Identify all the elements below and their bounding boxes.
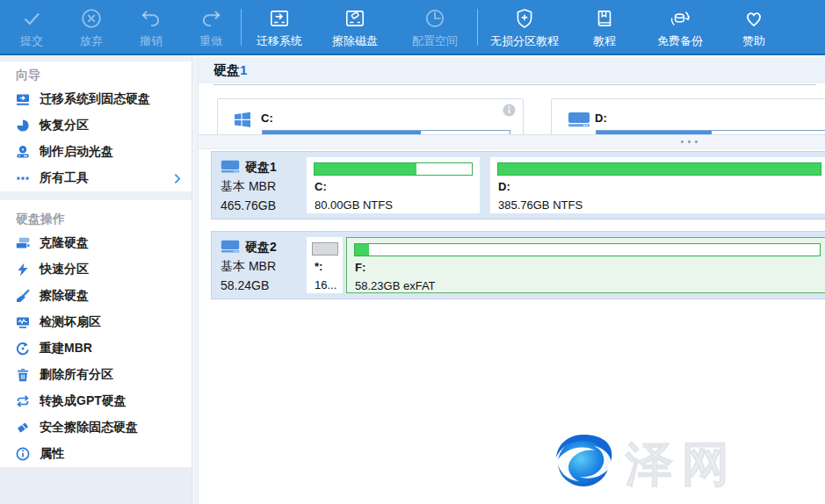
rebuild-mbr-icon: [16, 342, 30, 356]
sidebar-item-label: 属性: [40, 446, 64, 462]
sidebar-top-strip: [0, 55, 192, 61]
toolbar-free-backup-button[interactable]: 免费备份: [638, 0, 722, 54]
partition-letter: *:: [315, 260, 322, 273]
volume-letter: C:: [261, 112, 273, 125]
disk-row-2: 硬盘2基本 MBR58.24GB*:16...F:58.23GB exFAT: [211, 231, 825, 299]
toolbar-undo-button[interactable]: 撤销: [121, 0, 181, 54]
toolbar-discard-button[interactable]: 放弃: [62, 0, 121, 54]
undo-icon: [140, 6, 163, 31]
sidebar-item-label: 擦除硬盘: [40, 288, 89, 304]
disk-tab-prefix: 硬盘: [213, 62, 240, 77]
sidebar-item-boot-cd[interactable]: 制作启动光盘: [0, 139, 192, 165]
free-backup-icon: [669, 6, 691, 31]
sidebar-item-convert-gpt[interactable]: 转换成GPT硬盘: [0, 388, 192, 414]
toolbar-button-label: 迁移系统: [257, 33, 302, 49]
sidebar-scrollbar[interactable]: [192, 55, 199, 504]
sidebar-section-title: 向导: [0, 61, 192, 86]
disk-info-block[interactable]: 硬盘2基本 MBR58.24GB: [221, 238, 305, 295]
volume-card-C[interactable]: C:: [217, 98, 524, 134]
disk-name-line: 硬盘1: [221, 158, 305, 176]
volume-overview-strip: C:D:: [199, 96, 825, 134]
toolbar-redo-button[interactable]: 重做: [181, 0, 241, 54]
drive-icon: [568, 111, 590, 128]
disk-type: 基本 MBR: [221, 256, 305, 276]
sidebar-item-properties[interactable]: 属性: [0, 441, 192, 467]
partition-size-fs: 80.00GB NTFS: [315, 198, 393, 212]
sidebar-section-gap: [0, 191, 192, 200]
volume-card-D[interactable]: D:: [551, 98, 825, 134]
allocate-space-icon: [423, 6, 446, 31]
tutorial-icon: [593, 6, 616, 31]
toolbar-tutorial-button[interactable]: 教程: [571, 0, 638, 54]
disk-info-block[interactable]: 硬盘1基本 MBR465.76GB: [221, 158, 305, 215]
sidebar-item-wipe-hdd[interactable]: 擦除硬盘: [0, 283, 192, 309]
toolbar-button-label: 无损分区教程: [490, 33, 559, 49]
sidebar-item-label: 迁移系统到固态硬盘: [40, 91, 150, 107]
clone-disk-icon: [16, 236, 30, 250]
disk-tab-header: 硬盘1: [199, 57, 825, 83]
sidebar-item-secure-erase[interactable]: 安全擦除固态硬盘: [0, 414, 192, 441]
sidebar-section: 向导迁移系统到固态硬盘恢复分区制作启动光盘所有工具: [0, 61, 192, 191]
disk-tab-number: 1: [240, 62, 247, 77]
disk-icon: [221, 159, 240, 176]
sidebar-item-all-tools[interactable]: 所有工具: [0, 165, 192, 191]
sidebar-item-label: 克隆硬盘: [40, 235, 89, 251]
wipe-hdd-icon: [16, 289, 30, 303]
bad-sector-icon: [16, 315, 30, 329]
sidebar-item-bad-sector[interactable]: 检测坏扇区: [0, 309, 192, 335]
sidebar-item-label: 安全擦除固态硬盘: [40, 420, 138, 436]
windows-logo-icon: [234, 111, 251, 128]
convert-gpt-icon: [16, 394, 30, 408]
partition-size-fs: 58.23GB exFAT: [355, 279, 436, 292]
sidebar-item-quick-partition[interactable]: 快速分区: [0, 256, 192, 283]
partition-letter: C:: [315, 180, 327, 193]
partition-block-star[interactable]: *:16...: [307, 237, 343, 293]
partition-size-fs: 16...: [315, 278, 337, 292]
sidebar-item-label: 所有工具: [40, 170, 89, 186]
sidebar-item-ssd-migrate[interactable]: 迁移系统到固态硬盘: [0, 86, 192, 112]
check-icon: [20, 6, 43, 31]
watermark: 泽网: [550, 431, 738, 496]
disk-name: 硬盘1: [245, 160, 277, 176]
delete-partitions-icon: [16, 368, 30, 382]
disk-row-1: 硬盘1基本 MBR465.76GBC:80.00GB NTFSD:385.76G…: [211, 151, 825, 220]
sidebar-item-label: 转换成GPT硬盘: [40, 393, 127, 409]
toolbar-migrate-os-button[interactable]: 迁移系统: [242, 0, 317, 54]
toolbar-button-label: 赞助: [742, 33, 765, 49]
chevron-right-icon: [174, 173, 181, 184]
disk-size: 465.76GB: [221, 196, 305, 215]
sidebar-item-rebuild-mbr[interactable]: 重建MBR: [0, 335, 192, 362]
partition-usage-fill: [355, 244, 369, 256]
main-panel: 硬盘1 C:D: 硬盘1基本 MBR465.76GBC:80.00GB NTFS…: [199, 55, 825, 504]
toolbar-check-button[interactable]: 提交: [2, 0, 62, 54]
toolbar-button-label: 撤销: [140, 33, 163, 49]
toolbar-button-label: 配置空间: [412, 33, 458, 49]
toolbar-allocate-space-button[interactable]: 配置空间: [393, 0, 477, 54]
sidebar-item-recover-partition[interactable]: 恢复分区: [0, 112, 192, 139]
partition-block-F[interactable]: F:58.23GB exFAT: [346, 237, 825, 293]
toolbar-donate-button[interactable]: 赞助: [722, 0, 785, 54]
toolbar-partition-tutorial-button[interactable]: 无损分区教程: [478, 0, 571, 54]
volume-info-icon[interactable]: [503, 104, 516, 117]
toolbar-button-label: 提交: [20, 33, 43, 49]
ssd-migrate-icon: [16, 92, 30, 106]
partition-usage-bar: [497, 162, 821, 176]
toolbar-button-label: 重做: [199, 33, 222, 49]
splitter-handle-icon[interactable]: [681, 140, 698, 143]
partition-block-D[interactable]: D:385.76GB NTFS: [490, 157, 825, 213]
partition-usage-bar: [354, 243, 821, 256]
sidebar-item-delete-partitions[interactable]: 删除所有分区: [0, 362, 192, 388]
partition-usage-bar: [314, 162, 473, 176]
sidebar-item-label: 删除所有分区: [40, 367, 113, 383]
panel-splitter[interactable]: [199, 134, 825, 149]
partition-block-C[interactable]: C:80.00GB NTFS: [307, 157, 480, 213]
toolbar-wipe-disk-button[interactable]: 擦除磁盘: [317, 0, 393, 54]
sidebar: 向导迁移系统到固态硬盘恢复分区制作启动光盘所有工具硬盘操作克隆硬盘快速分区擦除硬…: [0, 55, 192, 504]
partition-usage-fill: [315, 163, 416, 175]
header-divider: [213, 84, 816, 85]
partition-tutorial-icon: [513, 6, 536, 31]
wipe-disk-icon: [344, 6, 366, 31]
sidebar-item-clone-disk[interactable]: 克隆硬盘: [0, 230, 192, 256]
disk-icon: [221, 239, 240, 256]
sidebar-item-label: 快速分区: [40, 262, 89, 277]
